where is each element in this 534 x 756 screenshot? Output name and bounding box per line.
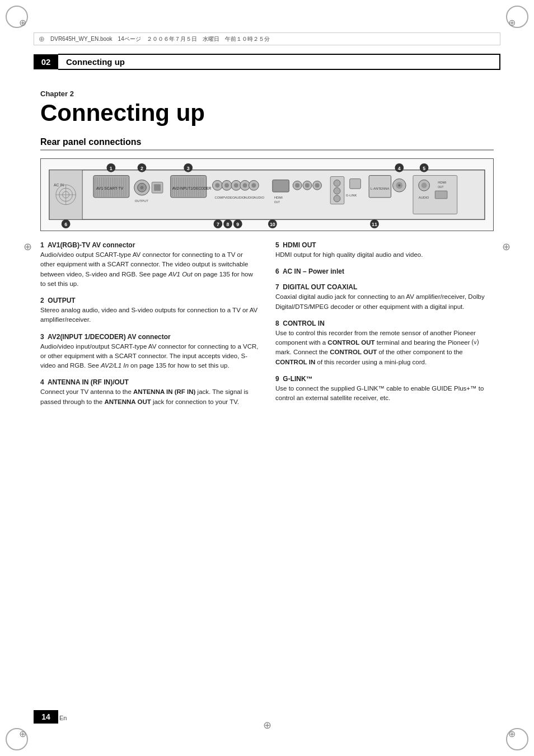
svg-point-27 <box>140 186 144 189</box>
desc-item-4: 4 ANTENNA IN (RF IN)/OUT Connect your TV… <box>40 378 259 407</box>
svg-text:7: 7 <box>217 222 219 227</box>
reg-mark-bl: ⊕ <box>16 727 29 740</box>
panel-svg: AC IN AV1·SCART·TV <box>41 159 493 231</box>
desc-item-8: 8 CONTROL IN Use to control this recorde… <box>275 320 494 367</box>
svg-text:COMP: COMP <box>214 196 224 199</box>
desc-col-left: 1 AV1(RGB)-TV AV connector Audio/video o… <box>40 241 259 415</box>
desc-item-5: 5 HDMI OUT HDMI output for high quality … <box>275 241 494 260</box>
reg-mark-tr: ⊕ <box>505 16 518 29</box>
svg-point-69 <box>305 184 310 188</box>
svg-text:3: 3 <box>187 166 190 171</box>
svg-point-85 <box>421 183 427 189</box>
desc-item-9: 9 G-LINK™ Use to connect the supplied G-… <box>275 375 494 403</box>
chapter-title-band: Connecting up <box>58 54 500 70</box>
page-lang: En <box>59 715 67 721</box>
svg-rect-63 <box>273 180 289 192</box>
reg-mark-br: ⊕ <box>505 727 518 740</box>
svg-text:G-LINK: G-LINK <box>346 194 357 197</box>
svg-rect-30 <box>154 184 161 191</box>
svg-point-67 <box>295 184 299 188</box>
svg-text:OUT: OUT <box>438 186 443 189</box>
chapter-header: 02 Connecting up <box>34 54 500 70</box>
svg-text:2: 2 <box>140 166 143 171</box>
right-reg-mark: ⊕ <box>502 241 510 253</box>
bottom-crosshair: ⊕ <box>263 719 271 731</box>
svg-text:AC IN: AC IN <box>54 183 64 187</box>
svg-text:AUDIO: AUDIO <box>254 196 264 199</box>
svg-text:OUTPUT: OUTPUT <box>135 199 149 203</box>
svg-text:AV2·INPUT1/DECODER: AV2·INPUT1/DECODER <box>172 186 212 190</box>
svg-text:OUT: OUT <box>274 201 280 204</box>
chapter-num-box: 02 <box>34 54 58 69</box>
svg-text:AUDIO: AUDIO <box>244 196 255 199</box>
crosshair-icon: ⊕ <box>39 35 45 43</box>
page-title: Connecting up <box>40 100 494 126</box>
desc-columns: 1 AV1(RGB)-TV AV connector Audio/video o… <box>40 241 494 415</box>
svg-point-53 <box>234 184 238 188</box>
desc-item-6: 6 AC IN – Power inlet <box>275 267 494 275</box>
rear-panel-diagram: AC IN AV1·SCART·TV <box>40 158 494 231</box>
svg-point-71 <box>315 184 320 188</box>
svg-point-75 <box>334 195 340 202</box>
svg-text:6: 6 <box>64 222 67 227</box>
svg-text:HDMI: HDMI <box>438 181 446 184</box>
svg-text:VIDEO: VIDEO <box>224 196 235 199</box>
svg-text:4: 4 <box>398 166 401 171</box>
svg-text:10: 10 <box>270 222 275 227</box>
svg-text:HDMI: HDMI <box>274 196 283 199</box>
svg-text:11: 11 <box>372 222 377 227</box>
svg-text:L-ANTENNA: L-ANTENNA <box>371 187 389 190</box>
main-content: Chapter 2 Connecting up Rear panel conne… <box>40 78 494 415</box>
file-info-text: DVR645H_WY_EN.book 14ページ ２００６年７月５日 水曜日 午… <box>50 35 270 43</box>
desc-item-2: 2 OUTPUT Stereo analog audio, video and … <box>40 297 259 325</box>
desc-item-7: 7 DIGITAL OUT COAXIAL Coaxial digital au… <box>275 283 494 312</box>
desc-col-right: 5 HDMI OUT HDMI output for high quality … <box>275 241 494 415</box>
svg-text:9: 9 <box>236 222 239 227</box>
svg-point-82 <box>398 184 400 186</box>
page-number-box: 14 <box>34 710 58 724</box>
file-info-bar: ⊕ DVR645H_WY_EN.book 14ページ ２００６年７月５日 水曜日… <box>34 32 500 45</box>
svg-point-57 <box>251 184 256 188</box>
svg-point-55 <box>243 184 247 188</box>
svg-text:AUDIO: AUDIO <box>419 196 429 199</box>
reg-mark-tl: ⊕ <box>16 16 29 29</box>
svg-text:5: 5 <box>423 166 425 171</box>
svg-point-49 <box>215 184 219 188</box>
desc-item-3: 3 AV2(INPUT 1/DECODER) AV connector Audi… <box>40 333 259 371</box>
svg-point-73 <box>334 180 340 187</box>
desc-item-1: 1 AV1(RGB)-TV AV connector Audio/video o… <box>40 241 259 289</box>
svg-point-51 <box>224 184 229 188</box>
chapter-label: Chapter 2 <box>40 90 494 98</box>
svg-text:8: 8 <box>227 222 229 227</box>
svg-rect-76 <box>350 179 361 189</box>
section-title: Rear panel connections <box>40 137 494 151</box>
svg-text:1: 1 <box>110 166 113 171</box>
left-reg-mark: ⊕ <box>24 241 32 253</box>
svg-point-74 <box>334 187 340 194</box>
svg-rect-89 <box>435 191 447 199</box>
